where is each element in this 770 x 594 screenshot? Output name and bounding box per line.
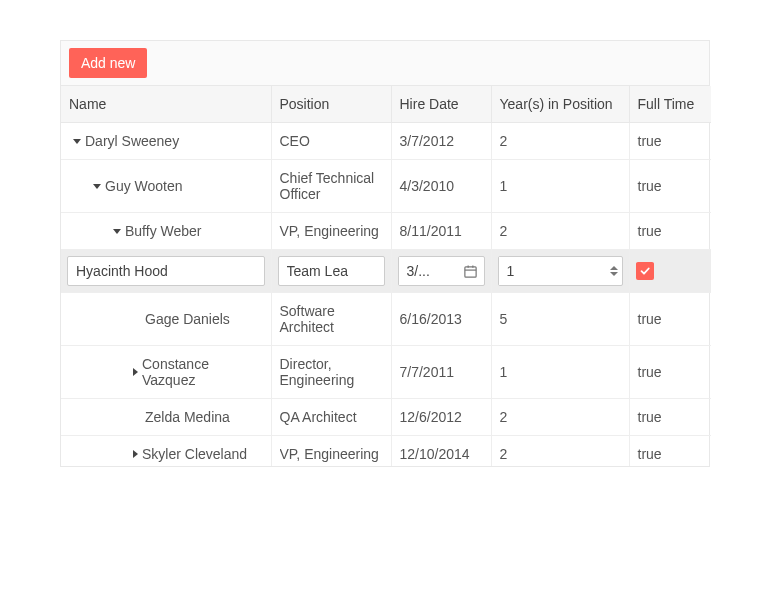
years-cell: 2 (491, 399, 629, 436)
table-row: Buffy Weber VP, Engineering 8/11/2011 2 … (61, 213, 711, 250)
full-time-cell: true (629, 436, 711, 467)
years-cell: 5 (491, 293, 629, 346)
toolbar: Add new (61, 41, 709, 86)
table-row: Guy Wooten Chief Technical Officer 4/3/2… (61, 160, 711, 213)
spinner-down-icon[interactable] (610, 272, 618, 276)
position-cell: QA Architect (271, 399, 391, 436)
header-position[interactable]: Position (271, 86, 391, 123)
name-cell: Skyler Cleveland (142, 446, 247, 462)
years-stepper[interactable] (498, 256, 623, 286)
full-time-cell: true (629, 160, 711, 213)
name-cell: Zelda Medina (145, 409, 230, 425)
name-cell: Guy Wooten (105, 178, 183, 194)
expand-toggle-icon[interactable] (73, 139, 81, 144)
hire-date-cell: 6/16/2013 (391, 293, 491, 346)
hire-date-input[interactable] (399, 257, 457, 285)
hire-date-cell: 8/11/2011 (391, 213, 491, 250)
full-time-cell: true (629, 346, 711, 399)
years-cell: 2 (491, 436, 629, 467)
svg-rect-0 (464, 266, 475, 276)
years-input[interactable] (499, 257, 605, 285)
name-input[interactable] (67, 256, 265, 286)
table-row: Gage Daniels Software Architect 6/16/201… (61, 293, 711, 346)
expand-toggle-icon[interactable] (93, 184, 101, 189)
position-cell: Chief Technical Officer (271, 160, 391, 213)
years-cell: 1 (491, 346, 629, 399)
tree-grid: Add new Name Position Hire Date Year(s) … (60, 40, 710, 467)
hire-date-cell: 12/10/2014 (391, 436, 491, 467)
full-time-cell: true (629, 213, 711, 250)
expand-toggle-icon[interactable] (133, 450, 138, 458)
name-cell: Gage Daniels (145, 311, 230, 327)
position-cell: VP, Engineering (271, 213, 391, 250)
header-name[interactable]: Name (61, 86, 271, 123)
position-cell: CEO (271, 123, 391, 160)
hire-date-cell: 4/3/2010 (391, 160, 491, 213)
full-time-cell: true (629, 293, 711, 346)
spinner-up-icon[interactable] (610, 266, 618, 270)
header-hire-date[interactable]: Hire Date (391, 86, 491, 123)
header-years[interactable]: Year(s) in Position (491, 86, 629, 123)
position-cell: VP, Engineering (271, 436, 391, 467)
full-time-cell: true (629, 399, 711, 436)
hire-date-cell: 3/7/2012 (391, 123, 491, 160)
years-cell: 1 (491, 160, 629, 213)
table-row: Daryl Sweeney CEO 3/7/2012 2 true (61, 123, 711, 160)
position-cell: Software Architect (271, 293, 391, 346)
expand-toggle-icon[interactable] (133, 368, 138, 376)
table-row: Zelda Medina QA Architect 12/6/2012 2 tr… (61, 399, 711, 436)
hire-date-cell: 12/6/2012 (391, 399, 491, 436)
name-cell: Daryl Sweeney (85, 133, 179, 149)
full-time-cell: true (629, 123, 711, 160)
years-cell: 2 (491, 123, 629, 160)
header-full-time[interactable]: Full Time (629, 86, 711, 123)
name-cell: Buffy Weber (125, 223, 202, 239)
position-cell: Director, Engineering (271, 346, 391, 399)
table-row: Constance Vazquez Director, Engineering … (61, 346, 711, 399)
table-row: Skyler Cleveland VP, Engineering 12/10/2… (61, 436, 711, 467)
header-row: Name Position Hire Date Year(s) in Posit… (61, 86, 711, 123)
add-new-button[interactable]: Add new (69, 48, 147, 78)
hire-date-picker[interactable] (398, 256, 485, 286)
data-table: Name Position Hire Date Year(s) in Posit… (61, 86, 711, 466)
full-time-checkbox[interactable] (636, 262, 654, 280)
name-cell: Constance Vazquez (142, 356, 263, 388)
calendar-icon[interactable] (457, 264, 484, 279)
hire-date-cell: 7/7/2011 (391, 346, 491, 399)
position-input[interactable] (278, 256, 385, 286)
edit-row (61, 250, 711, 293)
years-cell: 2 (491, 213, 629, 250)
expand-toggle-icon[interactable] (113, 229, 121, 234)
